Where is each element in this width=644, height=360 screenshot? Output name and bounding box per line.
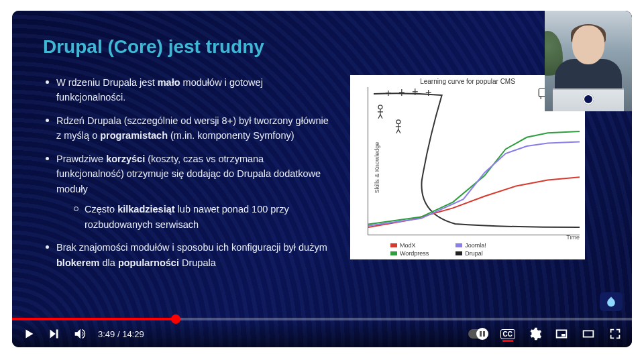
captions-button[interactable]: CC [500,329,515,339]
bullet-item: W rdzeniu Drupala jest mało modułów i go… [43,75,331,105]
slide-title: Drupal (Core) jest trudny [43,36,601,58]
video-player: Drupal (Core) jest trudny W rdzeniu Drup… [12,11,632,347]
duration: 14:29 [122,329,144,339]
miniplayer-button[interactable] [554,326,569,341]
next-button[interactable] [47,326,62,341]
svg-point-0 [378,105,382,109]
autoplay-toggle[interactable] [468,329,488,339]
svg-rect-3 [480,331,482,337]
settings-button[interactable] [527,326,542,341]
slide-bullets: W rdzeniu Drupala jest mało modułów i go… [43,75,331,278]
channel-watermark[interactable] [600,292,623,311]
theater-mode-button[interactable] [581,326,596,341]
presenter-webcam [545,11,632,111]
sub-bullet-item: Często kilkadziesiąt lub nawet ponad 100… [72,202,331,232]
time-display: 3:49 / 14:29 [98,329,144,339]
chart-legend: ModX Joomla! Wordpress Drupal [390,242,486,257]
legend-item: Joomla! [455,242,486,249]
presentation-slide: Drupal (Core) jest trudny W rdzeniu Drup… [12,11,632,347]
bullet-item: Rdzeń Drupala (szczególnie od wersji 8+)… [43,113,331,143]
svg-point-1 [396,120,400,124]
fullscreen-button[interactable] [608,326,623,341]
legend-item: Drupal [455,250,486,257]
player-controls: 3:49 / 14:29 CC [12,320,632,347]
legend-item: Wordpress [390,250,429,257]
bullet-item: Prawdziwe korzyści (koszty, czas vs otrz… [43,152,331,232]
svg-rect-4 [483,331,485,337]
legend-item: ModX [390,242,429,249]
bullet-item: Brak znajomości modułów i sposobu ich ko… [43,240,331,270]
play-button[interactable] [21,326,36,341]
current-time: 3:49 [98,329,115,339]
volume-button[interactable] [72,326,87,341]
